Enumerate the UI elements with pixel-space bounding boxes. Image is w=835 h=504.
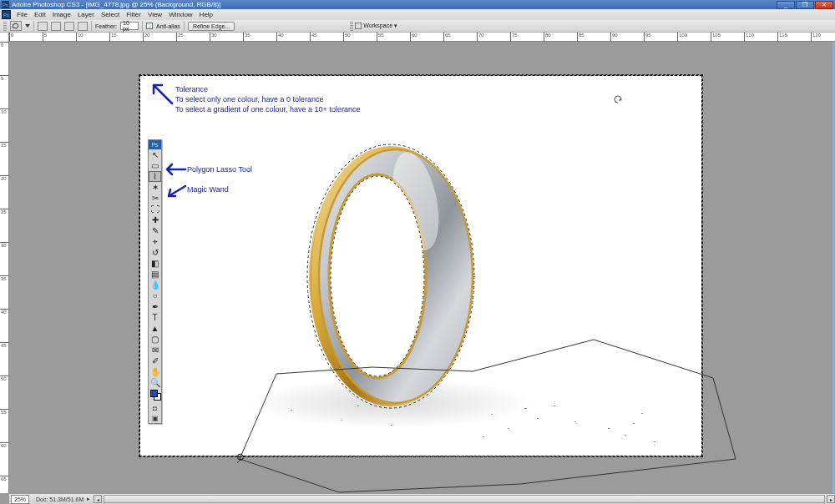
ruler-tick: 70 bbox=[477, 33, 478, 42]
window-titlebar: Ps Adobe Photoshop CS3 - [IMG_4778.jpg @… bbox=[0, 0, 835, 9]
horizontal-ruler[interactable]: 0510152025303540455055606570758085909510… bbox=[9, 33, 835, 42]
ruler-tick: 45 bbox=[310, 33, 311, 42]
ruler-tick: 105 bbox=[711, 33, 711, 42]
ruler-tick: 45 bbox=[0, 342, 9, 343]
quick-mask-toggle[interactable]: ◘ bbox=[149, 403, 161, 413]
eraser-tool[interactable]: ◧ bbox=[149, 258, 161, 269]
ruler-tick: 20 bbox=[143, 33, 144, 42]
chevron-down-icon[interactable] bbox=[25, 23, 30, 28]
selection-subtract-icon[interactable] bbox=[64, 22, 74, 31]
document-canvas[interactable]: Tolerance To select only one colour, hav… bbox=[140, 76, 701, 456]
annotation-tolerance: Tolerance To select only one colour, hav… bbox=[175, 84, 360, 114]
zoom-field[interactable]: 25% bbox=[11, 495, 29, 504]
arrow-icon bbox=[149, 80, 174, 105]
arrow-icon bbox=[165, 183, 187, 199]
tools-palette[interactable]: Ps ↖▭⌇✶✂⛶✚✎⌖↺◧▤💧○✒T▲▢✉✐✋🔍 ◘ ▣ bbox=[148, 139, 162, 424]
hand-tool[interactable]: ✋ bbox=[149, 366, 161, 377]
grip-icon[interactable] bbox=[3, 21, 7, 31]
ruler-tick: 85 bbox=[577, 33, 578, 42]
ruler-tick: 65 bbox=[443, 33, 444, 42]
horizontal-scrollbar[interactable] bbox=[104, 495, 825, 503]
antialias-label: Anti-alias bbox=[156, 23, 180, 29]
eyedropper[interactable]: ✐ bbox=[149, 355, 161, 366]
arrow-icon bbox=[165, 163, 187, 176]
menu-layer[interactable]: Layer bbox=[74, 11, 98, 18]
svg-rect-12 bbox=[524, 408, 527, 409]
ruler-tick: 60 bbox=[0, 442, 9, 443]
palette-header[interactable]: Ps bbox=[149, 140, 161, 149]
ruler-tick: 10 bbox=[76, 33, 77, 42]
minimize-button[interactable]: _ bbox=[777, 1, 795, 9]
notes-tool[interactable]: ✉ bbox=[149, 345, 161, 355]
slice-tool[interactable]: ⛶ bbox=[149, 204, 161, 214]
dodge-tool[interactable]: ○ bbox=[149, 290, 161, 301]
brush-tool[interactable]: ✎ bbox=[149, 225, 161, 236]
ruler-tick: 5 bbox=[0, 75, 9, 76]
pen-tool[interactable]: ✒ bbox=[149, 301, 161, 312]
foreground-color-swatch[interactable] bbox=[150, 390, 158, 397]
ruler-tick: 20 bbox=[0, 175, 9, 176]
ring-image bbox=[140, 76, 701, 456]
active-tool-icon[interactable] bbox=[10, 21, 22, 31]
workspace-dropdown[interactable]: Workspace ▾ bbox=[363, 23, 397, 29]
menu-window[interactable]: Window bbox=[165, 11, 195, 18]
close-button[interactable]: ✕ bbox=[815, 1, 833, 9]
chevron-right-icon[interactable]: ▸ bbox=[87, 496, 90, 502]
zoom-tool[interactable]: 🔍 bbox=[149, 377, 161, 388]
workspace-go-icon[interactable] bbox=[355, 23, 362, 29]
antialias-checkbox[interactable]: ✓ bbox=[146, 23, 153, 29]
feather-input[interactable]: 10 px bbox=[120, 22, 139, 30]
selection-add-icon[interactable] bbox=[51, 22, 61, 31]
menu-view[interactable]: View bbox=[144, 11, 165, 18]
menu-filter[interactable]: Filter bbox=[123, 11, 144, 18]
ps-doc-icon[interactable]: Ps bbox=[2, 10, 11, 19]
shape-tool[interactable]: ▢ bbox=[149, 334, 161, 345]
scroll-right-button[interactable]: ▸ bbox=[827, 495, 835, 503]
magic-wand-tool[interactable]: ✶ bbox=[149, 182, 161, 193]
menu-help[interactable]: Help bbox=[196, 11, 216, 18]
healing-tool[interactable]: ✚ bbox=[149, 214, 161, 225]
ruler-tick: 30 bbox=[210, 33, 210, 42]
ruler-tick: 65 bbox=[0, 476, 9, 476]
window-title: Adobe Photoshop CS3 - [IMG_4778.jpg @ 25… bbox=[12, 1, 220, 8]
blur-tool[interactable]: 💧 bbox=[149, 280, 161, 290]
stamp-tool[interactable]: ⌖ bbox=[149, 236, 161, 247]
ruler-tick: 75 bbox=[510, 33, 511, 42]
move-tool[interactable]: ↖ bbox=[149, 149, 161, 160]
refine-edge-button[interactable]: Refine Edge... bbox=[188, 22, 235, 31]
history-brush[interactable]: ↺ bbox=[149, 247, 161, 258]
ruler-tick: 55 bbox=[0, 409, 9, 410]
ruler-tick: 55 bbox=[377, 33, 377, 42]
menu-image[interactable]: Image bbox=[49, 11, 74, 18]
gradient-tool[interactable]: ▤ bbox=[149, 269, 161, 280]
menu-select[interactable]: Select bbox=[98, 11, 123, 18]
crop-tool[interactable]: ✂ bbox=[149, 193, 161, 204]
lasso-tool[interactable]: ⌇ bbox=[149, 171, 161, 182]
ruler-tick: 35 bbox=[0, 275, 9, 276]
grip-icon[interactable] bbox=[350, 21, 353, 31]
selection-intersect-icon[interactable] bbox=[78, 22, 88, 31]
type-tool[interactable]: T bbox=[149, 312, 161, 323]
marquee-tool[interactable]: ▭ bbox=[149, 160, 161, 171]
ruler-tick: 15 bbox=[0, 142, 9, 143]
ruler-tick: 40 bbox=[276, 33, 277, 42]
menu-edit[interactable]: Edit bbox=[31, 11, 49, 18]
maximize-button[interactable]: ❐ bbox=[796, 1, 814, 9]
screen-mode-toggle[interactable]: ▣ bbox=[149, 413, 161, 423]
path-select[interactable]: ▲ bbox=[149, 323, 161, 334]
ruler-tick: 10 bbox=[0, 108, 9, 109]
ruler-tick: 50 bbox=[343, 33, 344, 42]
svg-rect-8 bbox=[341, 420, 342, 421]
workspace-area: Tolerance To select only one colour, hav… bbox=[9, 42, 835, 493]
ruler-tick: 5 bbox=[43, 33, 43, 42]
svg-rect-15 bbox=[574, 421, 576, 422]
vertical-ruler[interactable]: 05101520253035404550556065 bbox=[0, 33, 9, 493]
ruler-tick: 15 bbox=[109, 33, 110, 42]
selection-new-icon[interactable] bbox=[38, 22, 48, 31]
ruler-tick: 30 bbox=[0, 242, 9, 243]
ruler-tick: 115 bbox=[777, 33, 778, 42]
menu-file[interactable]: File bbox=[13, 11, 31, 18]
color-swatches[interactable] bbox=[149, 388, 161, 403]
scroll-left-button[interactable]: ◂ bbox=[94, 495, 102, 503]
lasso-cursor-icon bbox=[236, 453, 248, 466]
